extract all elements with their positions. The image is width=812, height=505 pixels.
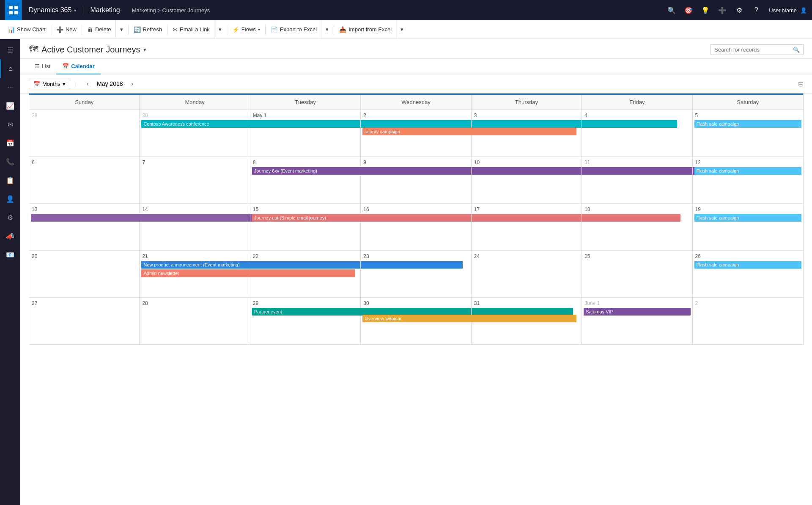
- calendar-cell[interactable]: 5 Flash sale campaign: [693, 110, 803, 156]
- calendar-cell[interactable]: 2: [693, 298, 803, 344]
- event-bar[interactable]: Flash sale campaign: [694, 120, 801, 128]
- refresh-button[interactable]: 🔄 Refresh: [129, 20, 167, 39]
- app-title[interactable]: Dynamics 365 ▾: [22, 6, 83, 14]
- calendar-cell[interactable]: 23: [361, 251, 471, 297]
- flows-button[interactable]: ⚡ Flows ▾: [228, 20, 264, 39]
- next-month-button[interactable]: ›: [126, 78, 138, 90]
- delete-dropdown[interactable]: ▾: [115, 20, 127, 39]
- calendar-cell[interactable]: 6: [29, 157, 140, 203]
- months-selector[interactable]: 📅 Months ▾: [29, 79, 70, 89]
- calendar-cell[interactable]: 10: [472, 157, 582, 203]
- calendar-cell[interactable]: 29: [29, 110, 140, 156]
- filter-icon[interactable]: ⊟: [798, 80, 804, 88]
- event-bar[interactable]: Saturday VIP: [584, 308, 690, 316]
- calendar-cell[interactable]: 8 Journey 6xv (Event marketing): [250, 157, 361, 203]
- sidebar-dots-icon[interactable]: ···: [0, 78, 20, 96]
- calendar-cell[interactable]: 9: [361, 157, 471, 203]
- calendar-cell[interactable]: 16: [361, 204, 471, 250]
- gear-nav-icon[interactable]: ⚙: [732, 3, 747, 18]
- email-link-dropdown[interactable]: ▾: [214, 20, 226, 39]
- view-mode-label: Months: [42, 81, 60, 87]
- export-excel-button[interactable]: 📄 Export to Excel: [266, 20, 321, 39]
- app-grid-button[interactable]: [5, 0, 22, 20]
- new-button[interactable]: ➕ New: [52, 20, 81, 39]
- show-chart-button[interactable]: 📊 Show Chart: [3, 20, 50, 39]
- tasks-icon[interactable]: 🎯: [681, 3, 696, 18]
- svg-rect-1: [14, 6, 18, 9]
- calendar-cell[interactable]: 17: [472, 204, 582, 250]
- sidebar-mail-icon[interactable]: 📧: [0, 245, 20, 264]
- calendar-cell[interactable]: 27: [29, 298, 140, 344]
- month-navigation: ‹ May 2018 ›: [82, 78, 138, 90]
- calendar-cell[interactable]: May 1: [250, 110, 361, 156]
- sidebar-email-icon[interactable]: ✉: [0, 115, 20, 134]
- event-bar[interactable]: Flash sale campaign: [694, 261, 801, 269]
- calendar-toolbar: 📅 Months ▾ | ‹ May 2018 › ⊟: [20, 74, 812, 93]
- search-nav-icon[interactable]: 🔍: [664, 3, 679, 18]
- calendar-cell[interactable]: 12 Flash sale campaign: [693, 157, 803, 203]
- calendar-cell[interactable]: 2 saurav campaign: [361, 110, 471, 156]
- search-box[interactable]: 🔍: [710, 44, 804, 55]
- sidebar-menu-icon[interactable]: ☰: [0, 41, 20, 59]
- sidebar-home-icon[interactable]: ⌂: [0, 59, 20, 78]
- calendar-cell[interactable]: 31: [472, 298, 582, 344]
- calendar-cell[interactable]: 30 Overview webinar: [361, 298, 471, 344]
- calendar-cell[interactable]: 7: [140, 157, 250, 203]
- calendar-cell[interactable]: 14: [140, 204, 250, 250]
- events-in-cell: Journey 6xv (Event marketing): [252, 167, 359, 175]
- calendar-cell[interactable]: 29 Partner event: [250, 298, 361, 344]
- export-excel-icon: 📄: [271, 26, 278, 33]
- settings-bulb-icon[interactable]: 💡: [698, 3, 713, 18]
- add-nav-icon[interactable]: ➕: [715, 3, 730, 18]
- app-title-chevron-icon: ▾: [74, 8, 76, 13]
- email-link-button[interactable]: ✉ Email a Link: [168, 20, 214, 39]
- sidebar-calendar-icon[interactable]: 📅: [0, 134, 20, 152]
- calendar-cell[interactable]: 22: [250, 251, 361, 297]
- new-plus-icon: ➕: [56, 26, 63, 33]
- search-input[interactable]: [714, 47, 790, 53]
- calendar-cell[interactable]: 20: [29, 251, 140, 297]
- calendar-cell[interactable]: 30 Contoso Awareness conference: [140, 110, 250, 156]
- calendar-cell[interactable]: 3: [472, 110, 582, 156]
- delete-button[interactable]: 🗑 Delete: [83, 20, 115, 39]
- prev-month-button[interactable]: ‹: [82, 78, 93, 90]
- calendar-cell[interactable]: 15 Journey uut (Simple email journey): [250, 204, 361, 250]
- tab-calendar[interactable]: 📅 Calendar: [56, 59, 101, 74]
- cell-date: 19: [694, 206, 801, 212]
- events-in-cell: [31, 214, 137, 222]
- tab-list[interactable]: ☰ List: [29, 59, 56, 74]
- calendar-cell[interactable]: 4: [582, 110, 692, 156]
- calendar-cell[interactable]: 18: [582, 204, 692, 250]
- cmd-separator-7: [334, 25, 334, 35]
- user-section[interactable]: User Name 👤: [764, 7, 807, 14]
- calendar-cell[interactable]: 11: [582, 157, 692, 203]
- calendar-cell[interactable]: 19 Flash sale campaign: [693, 204, 803, 250]
- module-name: Marketing: [83, 6, 126, 14]
- sidebar-megaphone-icon[interactable]: 📣: [0, 227, 20, 245]
- sidebar-person-icon[interactable]: 👤: [0, 189, 20, 208]
- import-dropdown[interactable]: ▾: [396, 20, 408, 39]
- calendar-cell[interactable]: 25: [582, 251, 692, 297]
- calendar-cell[interactable]: 26 Flash sale campaign: [693, 251, 803, 297]
- calendar-cell[interactable]: June 1 Saturday VIP: [582, 298, 692, 344]
- event-bar[interactable]: Flash sale campaign: [694, 214, 801, 222]
- sidebar-settings-icon[interactable]: ⚙: [0, 208, 20, 227]
- flows-chevron: ▾: [258, 27, 260, 32]
- export-dropdown[interactable]: ▾: [321, 20, 333, 39]
- cell-date: 6: [31, 159, 137, 165]
- calendar-cell[interactable]: 24: [472, 251, 582, 297]
- calendar-cell[interactable]: 13: [29, 204, 140, 250]
- help-icon[interactable]: ?: [749, 3, 764, 18]
- command-bar: 📊 Show Chart ➕ New 🗑 Delete ▾ 🔄 Refresh …: [0, 20, 812, 39]
- import-excel-button[interactable]: 📥 Import from Excel: [335, 20, 396, 39]
- sidebar-clipboard-icon[interactable]: 📋: [0, 171, 20, 189]
- cell-date: 28: [141, 300, 248, 306]
- day-header-thursday: Thursday: [472, 95, 582, 110]
- sidebar-phone-icon[interactable]: 📞: [0, 152, 20, 171]
- title-chevron-icon[interactable]: ▾: [143, 47, 146, 53]
- calendar-cell[interactable]: 28: [140, 298, 250, 344]
- user-name-label: User Name: [769, 7, 797, 14]
- sidebar-marketing-icon[interactable]: 📈: [0, 96, 20, 115]
- calendar-cell[interactable]: 21 New product announcement (Event marke…: [140, 251, 250, 297]
- event-bar[interactable]: Flash sale campaign: [694, 167, 801, 175]
